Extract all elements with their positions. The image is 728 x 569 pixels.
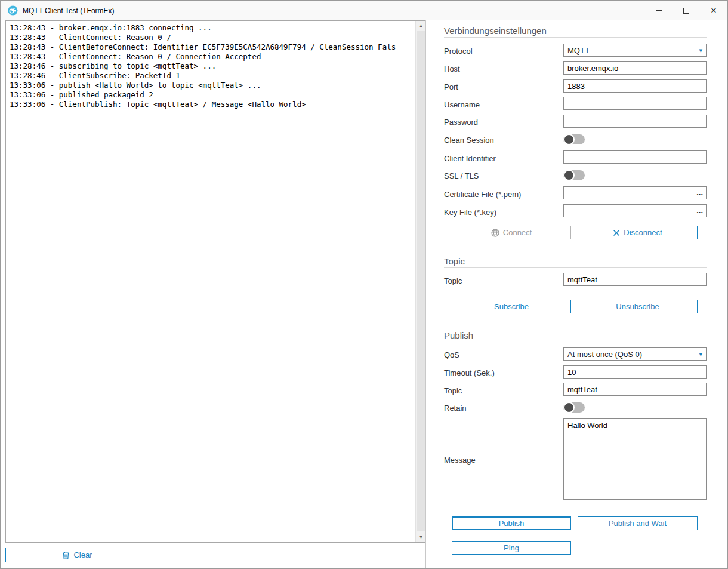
message-textarea[interactable]: Hallo World (563, 418, 707, 500)
log-line: 13:33:06 - ClientPublish: Topic <mqttTea… (10, 100, 415, 109)
maximize-icon (683, 8, 689, 14)
topic-section-title: Topic (444, 256, 465, 266)
ping-button[interactable]: Ping (452, 541, 571, 555)
publish-button[interactable]: Publish (452, 516, 571, 530)
clear-button[interactable]: Clear (5, 548, 149, 562)
mqtt-client-window: { "window": { "title": "MQTT Client Test… (0, 0, 728, 569)
certificate-browse-button[interactable]: ... (696, 187, 703, 199)
connect-button-label: Connect (503, 228, 532, 237)
username-label: Username (444, 100, 480, 109)
connection-section-title: Verbindungseinstellungen (444, 26, 547, 36)
publish-button-label: Publish (499, 519, 525, 528)
scrollbar-thumb[interactable] (417, 31, 425, 531)
disconnect-button-label: Disconnect (624, 228, 662, 237)
key-file-label: Key File (*.key) (444, 208, 496, 217)
qos-select[interactable]: At most once (QoS 0) ▾ (563, 347, 707, 361)
publish-and-wait-button-label: Publish and Wait (609, 519, 667, 528)
publish-section-title: Publish (444, 330, 473, 340)
log-memo[interactable]: 13:28:43 - broker.emqx.io:1883 connectin… (5, 20, 426, 543)
clean-session-toggle[interactable] (563, 134, 585, 144)
toggle-knob (563, 170, 575, 181)
unsubscribe-button-label: Unsubscribe (616, 302, 659, 311)
log-line: 13:28:46 - subscribing to topic <mqttTea… (10, 61, 415, 71)
username-input[interactable] (563, 97, 707, 110)
client-identifier-label: Client Identifier (444, 154, 496, 163)
globe-icon (491, 229, 499, 237)
publish-section-divider (444, 342, 707, 342)
clean-session-label: Clean Session (444, 136, 494, 144)
certificate-file-input[interactable] (563, 186, 707, 199)
ssl-tls-toggle[interactable] (563, 170, 585, 180)
topic-section-divider (444, 267, 707, 268)
publish-topic-label: Topic (444, 386, 462, 395)
host-label: Host (444, 64, 460, 73)
key-browse-button[interactable]: ... (696, 205, 703, 217)
disconnect-button[interactable]: Disconnect (578, 226, 698, 239)
subscribe-button[interactable]: Subscribe (452, 300, 571, 313)
topic-label: Topic (444, 276, 462, 285)
subscribe-button-label: Subscribe (494, 302, 529, 311)
app-icon (8, 5, 18, 16)
connect-button[interactable]: Connect (452, 226, 571, 239)
toggle-knob (563, 402, 575, 413)
log-line: 13:33:06 - publish <Hallo World> to topi… (10, 81, 415, 90)
qos-value: At most once (QoS 0) (567, 350, 642, 359)
log-line: 13:28:43 - ClientConnect: Reason 0 / (10, 33, 415, 42)
log-content: 13:28:43 - broker.emqx.io:1883 connectin… (6, 21, 415, 542)
close-icon: ✕ (711, 6, 717, 15)
timeout-label: Timeout (Sek.) (444, 368, 495, 377)
password-input[interactable] (563, 115, 707, 128)
protocol-value: MQTT (567, 46, 590, 55)
chevron-down-icon: ▾ (699, 47, 702, 54)
minimize-icon (656, 10, 662, 11)
log-line: 13:28:43 - broker.emqx.io:1883 connectin… (10, 23, 415, 33)
message-label: Message (444, 456, 476, 465)
port-input[interactable] (563, 79, 707, 93)
qos-label: QoS (444, 350, 459, 359)
unsubscribe-button[interactable]: Unsubscribe (578, 300, 698, 313)
minimize-button[interactable] (645, 1, 673, 20)
trash-icon (62, 551, 70, 559)
host-input[interactable] (563, 61, 707, 75)
key-file-input[interactable] (563, 204, 707, 217)
toggle-knob (563, 134, 575, 145)
window-title: MQTT Client Test (TFormEx) (23, 7, 645, 15)
log-line: 13:28:43 - ClientBeforeConnect: Identifi… (10, 42, 415, 52)
chevron-down-icon: ▾ (699, 351, 702, 358)
close-button[interactable]: ✕ (700, 1, 727, 20)
log-scrollbar[interactable]: ▲ ▼ (415, 21, 425, 542)
log-line: 13:33:06 - published packageid 2 (10, 90, 415, 100)
log-line: 13:28:43 - ClientConnect: Reason 0 / Con… (10, 52, 415, 61)
panel-divider (425, 20, 426, 568)
topic-input[interactable] (563, 273, 707, 286)
certificate-file-label: Certificate File (*.pem) (444, 190, 521, 199)
publish-topic-input[interactable] (563, 383, 707, 396)
retain-toggle[interactable] (563, 402, 585, 413)
scroll-down-icon[interactable]: ▼ (416, 532, 426, 542)
ping-button-label: Ping (504, 543, 519, 552)
x-icon (613, 229, 620, 236)
maximize-button[interactable] (673, 1, 700, 20)
clear-button-label: Clear (73, 550, 92, 559)
retain-label: Retain (444, 404, 467, 413)
log-line: 13:28:46 - ClientSubscribe: PacketId 1 (10, 71, 415, 81)
timeout-input[interactable] (563, 365, 707, 379)
ssl-tls-label: SSL / TLS (444, 171, 479, 180)
protocol-label: Protocol (444, 47, 473, 56)
client-identifier-input[interactable] (563, 150, 707, 164)
port-label: Port (444, 82, 458, 91)
scroll-up-icon[interactable]: ▲ (416, 21, 426, 31)
title-bar: MQTT Client Test (TFormEx) ✕ (1, 1, 727, 20)
protocol-select[interactable]: MQTT ▾ (563, 44, 707, 57)
connection-section-divider (444, 37, 707, 38)
publish-and-wait-button[interactable]: Publish and Wait (578, 516, 698, 530)
password-label: Password (444, 118, 478, 127)
